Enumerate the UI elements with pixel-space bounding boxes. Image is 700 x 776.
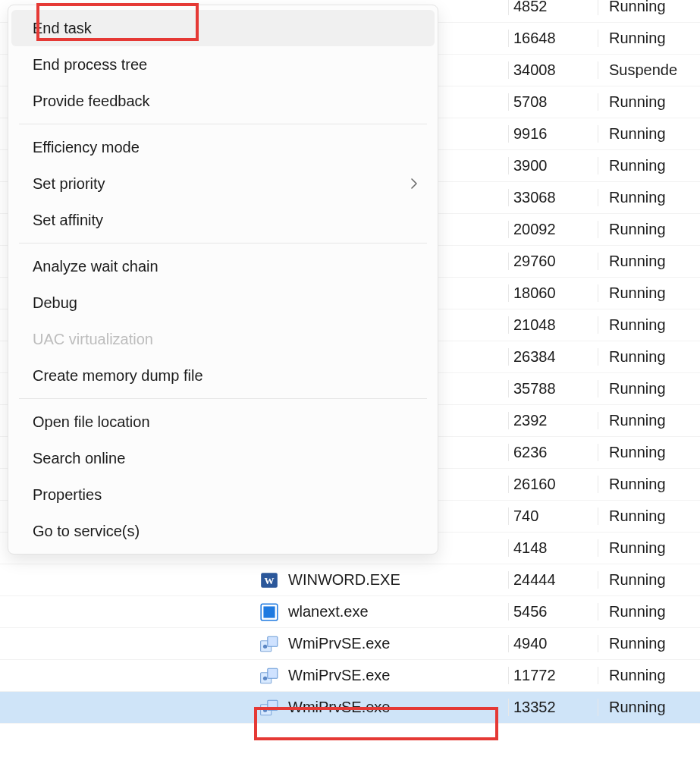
process-status: Suspende: [598, 61, 700, 79]
process-pid: 26384: [508, 348, 598, 366]
menu-item-analyze-wait-chain[interactable]: Analyze wait chain: [11, 248, 435, 284]
process-status: Running: [598, 93, 700, 111]
menu-item-label: Debug: [33, 294, 77, 312]
process-pid: 4852: [508, 0, 598, 15]
process-row[interactable]: WINWORD.EXE24444Running: [0, 564, 700, 596]
menu-item-efficiency-mode[interactable]: Efficiency mode: [11, 129, 435, 165]
process-pid: 18060: [508, 284, 598, 302]
process-pid: 24444: [508, 571, 598, 589]
menu-item-create-memory-dump-file[interactable]: Create memory dump file: [11, 357, 435, 394]
process-name: WmiPrvSE.exe: [288, 667, 390, 684]
process-name: WINWORD.EXE: [288, 571, 400, 589]
word-icon: [258, 569, 281, 592]
process-pid: 34008: [508, 61, 598, 79]
process-pid: 2392: [508, 412, 598, 429]
process-row[interactable]: WmiPrvSE.exe13352Running: [0, 692, 700, 724]
menu-separator: [19, 398, 427, 399]
process-status: Running: [598, 699, 700, 716]
process-status: Running: [598, 476, 700, 493]
chevron-right-icon: [410, 178, 418, 190]
menu-item-label: Analyze wait chain: [33, 258, 159, 275]
process-status: Running: [598, 0, 700, 15]
process-row[interactable]: WmiPrvSE.exe11772Running: [0, 660, 700, 692]
process-status: Running: [598, 667, 700, 684]
menu-item-uac-virtualization: UAC virtualization: [11, 321, 435, 357]
menu-item-label: Create memory dump file: [33, 367, 203, 385]
process-pid: 5708: [508, 93, 598, 111]
menu-item-label: End task: [33, 20, 92, 37]
process-pid: 21048: [508, 316, 598, 334]
process-pid: 26160: [508, 476, 598, 493]
menu-item-open-file-location[interactable]: Open file location: [11, 404, 435, 440]
menu-item-label: Properties: [33, 486, 102, 504]
process-status: Running: [598, 507, 700, 525]
menu-item-end-process-tree[interactable]: End process tree: [11, 46, 435, 83]
menu-item-label: Go to service(s): [33, 523, 140, 540]
menu-item-set-priority[interactable]: Set priority: [11, 165, 435, 202]
process-name-cell: WmiPrvSE.exe: [0, 696, 508, 719]
menu-item-label: Set priority: [33, 175, 105, 193]
process-pid: 740: [508, 507, 598, 525]
process-status: Running: [598, 571, 700, 589]
process-name-cell: wlanext.exe: [0, 601, 508, 624]
wmi-icon: [258, 633, 281, 655]
wmi-icon: [258, 696, 281, 719]
process-name: wlanext.exe: [288, 603, 369, 620]
menu-item-label: Set affinity: [33, 212, 103, 229]
wmi-icon: [258, 664, 281, 687]
process-pid: 20092: [508, 221, 598, 238]
menu-item-provide-feedback[interactable]: Provide feedback: [11, 83, 435, 119]
process-name-cell: WmiPrvSE.exe: [0, 664, 508, 687]
process-pid: 6236: [508, 444, 598, 461]
process-pid: 5456: [508, 603, 598, 620]
menu-item-search-online[interactable]: Search online: [11, 440, 435, 476]
process-status: Running: [598, 539, 700, 557]
process-row[interactable]: WmiPrvSE.exe4940Running: [0, 628, 700, 660]
process-status: Running: [598, 603, 700, 620]
process-status: Running: [598, 316, 700, 334]
wlan-icon: [258, 601, 281, 624]
process-status: Running: [598, 30, 700, 47]
menu-item-label: End process tree: [33, 56, 147, 74]
menu-item-label: UAC virtualization: [33, 331, 153, 348]
process-status: Running: [598, 380, 700, 397]
menu-separator: [19, 243, 427, 243]
process-pid: 4940: [508, 635, 598, 652]
process-status: Running: [598, 157, 700, 174]
process-status: Running: [598, 284, 700, 302]
context-menu: End taskEnd process treeProvide feedback…: [8, 5, 438, 555]
process-status: Running: [598, 221, 700, 238]
process-pid: 11772: [508, 667, 598, 684]
process-pid: 9916: [508, 125, 598, 143]
menu-item-properties[interactable]: Properties: [11, 476, 435, 513]
process-pid: 33068: [508, 189, 598, 206]
menu-separator: [19, 124, 427, 124]
process-pid: 16648: [508, 30, 598, 47]
menu-item-label: Open file location: [33, 413, 150, 431]
process-pid: 13352: [508, 699, 598, 716]
menu-item-label: Efficiency mode: [33, 139, 140, 156]
menu-item-end-task[interactable]: End task: [11, 10, 435, 46]
menu-item-debug[interactable]: Debug: [11, 284, 435, 321]
process-status: Running: [598, 444, 700, 461]
process-name-cell: WINWORD.EXE: [0, 569, 508, 592]
process-name: WmiPrvSE.exe: [288, 635, 390, 652]
process-status: Running: [598, 253, 700, 270]
process-status: Running: [598, 348, 700, 366]
process-row[interactable]: wlanext.exe5456Running: [0, 596, 700, 628]
process-pid: 35788: [508, 380, 598, 397]
process-status: Running: [598, 189, 700, 206]
menu-item-label: Search online: [33, 450, 125, 467]
process-status: Running: [598, 125, 700, 143]
process-status: Running: [598, 635, 700, 652]
process-name-cell: WmiPrvSE.exe: [0, 633, 508, 655]
process-status: Running: [598, 412, 700, 429]
process-pid: 4148: [508, 539, 598, 557]
process-name: WmiPrvSE.exe: [288, 699, 390, 716]
menu-item-set-affinity[interactable]: Set affinity: [11, 202, 435, 238]
process-pid: 29760: [508, 253, 598, 270]
menu-item-label: Provide feedback: [33, 93, 150, 110]
menu-item-go-to-service-s[interactable]: Go to service(s): [11, 513, 435, 549]
process-pid: 3900: [508, 157, 598, 174]
